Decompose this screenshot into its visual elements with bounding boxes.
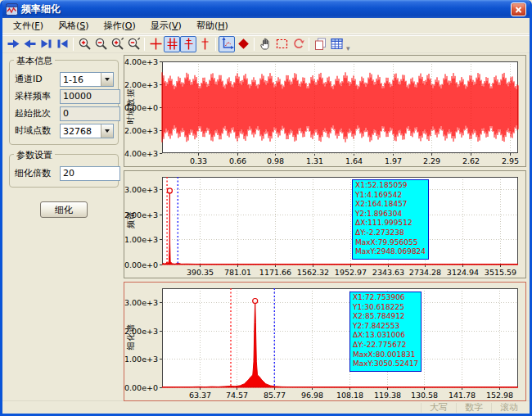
svg-text:1.00e+3: 1.00e+3	[124, 235, 158, 244]
menu-style[interactable]: 风格(S)	[51, 18, 97, 34]
svg-text:1.64: 1.64	[345, 156, 363, 165]
toolbar-overflow-icon[interactable]: ▾	[346, 44, 350, 52]
toolbar-separator	[254, 38, 255, 51]
factor-field[interactable]	[60, 166, 120, 181]
zoom-spectrum-cursor-readout: X1:72.753906Y1:30.618225X2:85.784912Y2:7…	[349, 292, 422, 372]
svg-text:0.98: 0.98	[267, 156, 284, 165]
crosshair-icon[interactable]	[147, 36, 164, 52]
start-batch-label: 起始批次	[15, 107, 60, 120]
sample-rate-label: 采样频率	[15, 90, 60, 102]
zoom-in-icon[interactable]	[76, 36, 92, 52]
charts-column: 时域数据 0.330.660.981.311.641.972.292.622.9…	[122, 53, 530, 400]
svg-text:2734.28: 2734.28	[409, 268, 441, 277]
readout-line: Y1:4.169542	[355, 191, 426, 201]
menu-file[interactable]: 文件(F)	[6, 18, 51, 34]
zoom-out-icon[interactable]	[92, 36, 109, 52]
window-title: 频率细化	[21, 2, 511, 16]
svg-text:3.00e+3: 3.00e+3	[124, 298, 158, 307]
readout-line: MaxX:80.001831	[353, 350, 418, 360]
time-domain-chart[interactable]: 时域数据 0.330.660.981.311.641.972.292.622.9…	[124, 55, 526, 167]
readout-line: Y2:1.896304	[355, 210, 426, 219]
scroll-indicator: 滚动	[491, 403, 526, 413]
data-table-icon[interactable]	[328, 36, 345, 52]
double-cursor-icon[interactable]	[164, 36, 180, 52]
basic-info-group: 基本信息 通道ID 1-16 采样频率 起始批次 时域点	[9, 60, 119, 145]
svg-text:2.95: 2.95	[502, 156, 519, 165]
zoom-x-reset-icon[interactable]	[109, 36, 125, 52]
spectrum-plot[interactable]: 390.35781.011171.661562.321952.972343.63…	[124, 171, 525, 278]
menu-operate[interactable]: 操作(O)	[97, 18, 143, 34]
svg-text:-2.00e+3: -2.00e+3	[124, 126, 158, 135]
svg-text:1171.66: 1171.66	[259, 268, 291, 277]
svg-text:2.00e+3: 2.00e+3	[124, 327, 158, 336]
svg-text:2.00e+3: 2.00e+3	[124, 80, 158, 89]
points-select[interactable]: 32768	[60, 124, 114, 138]
toolbar-separator	[309, 38, 309, 51]
svg-text:781.01: 781.01	[224, 268, 251, 277]
title-bar[interactable]: 频率细化	[2, 0, 530, 18]
points-label: 时域点数	[15, 124, 60, 137]
peak-cursor-icon[interactable]	[196, 36, 213, 52]
toolbar-separator	[215, 38, 216, 51]
svg-text:0.00e+0: 0.00e+0	[124, 383, 158, 392]
forward-arrow-icon[interactable]	[5, 36, 21, 52]
svg-text:1.31: 1.31	[306, 156, 323, 165]
status-bar: 大写 数字 滚动	[2, 400, 530, 414]
single-cursor-icon[interactable]	[180, 36, 196, 52]
svg-text:4.00e+3: 4.00e+3	[124, 57, 158, 66]
channel-label: 通道ID	[15, 73, 60, 85]
app-window: 频率细化 文件(F)风格(S)操作(O)显示(V)帮助(H) ▾ 基本信息 通道…	[0, 0, 532, 416]
readout-line: X2:85.784912	[353, 312, 418, 322]
svg-text:390.35: 390.35	[187, 268, 214, 277]
svg-text:63.37: 63.37	[189, 391, 211, 400]
rotate-tool-icon[interactable]	[290, 36, 306, 52]
sample-rate-row: 采样频率	[15, 88, 114, 104]
svg-text:2343.63: 2343.63	[372, 268, 404, 277]
back-arrow-icon[interactable]	[21, 36, 38, 52]
readout-line: X2:164.18457	[355, 200, 426, 210]
menu-display[interactable]: 显示(V)	[143, 18, 189, 34]
readout-line: ΔX:111.999512	[355, 219, 426, 228]
svg-text:130.58: 130.58	[411, 391, 438, 400]
time-domain-plot[interactable]: 0.330.660.981.311.641.972.292.622.954.00…	[124, 56, 525, 166]
channel-select[interactable]: 1-16	[60, 72, 114, 87]
spectrum-cursor-readout: X1:52.185059Y1:4.169542X2:164.18457Y2:1.…	[352, 179, 429, 260]
readout-line: ΔY:-22.775672	[353, 341, 418, 350]
points-select-value: 32768	[61, 124, 101, 138]
pan-hand-icon[interactable]	[257, 36, 273, 52]
skip-end-icon[interactable]	[38, 36, 54, 52]
channel-row: 通道ID 1-16	[15, 71, 114, 87]
params-group: 参数设置 细化倍数	[9, 154, 119, 188]
channel-select-value: 1-16	[61, 73, 101, 86]
readout-line: MaxY:3050.52417	[353, 359, 418, 369]
diamond-marker-icon[interactable]	[235, 36, 251, 52]
svg-text:0.00e+0: 0.00e+0	[124, 103, 158, 112]
dropdown-arrow-icon[interactable]	[101, 124, 113, 138]
sidebar: 基本信息 通道ID 1-16 采样频率 起始批次 时域点	[2, 53, 122, 400]
svg-text:141.78: 141.78	[449, 391, 476, 400]
svg-text:74.57: 74.57	[226, 391, 248, 400]
zoom-spectrum-chart[interactable]: 细化谱 63.3774.5785.7796.98108.18119.38130.…	[124, 282, 526, 401]
svg-text:3515.59: 3515.59	[485, 268, 516, 277]
basic-info-title: 基本信息	[14, 55, 55, 67]
spectrum-chart[interactable]: 频谱 390.35781.011171.661562.321952.972343…	[124, 170, 526, 278]
start-batch-field[interactable]	[60, 106, 120, 121]
close-button[interactable]	[511, 2, 526, 16]
svg-text:2.00e+3: 2.00e+3	[124, 210, 158, 219]
dropdown-arrow-icon[interactable]	[101, 73, 113, 86]
menu-help[interactable]: 帮助(H)	[189, 18, 236, 34]
readout-line: X1:52.185059	[355, 181, 426, 191]
zoom-spectrum-plot[interactable]: 63.3774.5785.7796.98108.18119.38130.5814…	[124, 283, 525, 400]
copy-icon[interactable]	[312, 36, 328, 52]
toolbar-separator	[144, 38, 145, 51]
readout-line: Y1:30.618225	[353, 303, 418, 313]
refine-button[interactable]: 细化	[40, 201, 88, 218]
skip-start-icon[interactable]	[54, 36, 70, 52]
factor-label: 细化倍数	[15, 167, 60, 179]
sample-rate-field[interactable]	[60, 89, 120, 104]
zoom-y-reset-icon[interactable]	[125, 36, 142, 52]
axes-tool-icon[interactable]	[219, 36, 235, 52]
svg-text:-4.00e+3: -4.00e+3	[124, 149, 158, 158]
zoom-rect-icon[interactable]	[273, 36, 290, 52]
menu-bar: 文件(F)风格(S)操作(O)显示(V)帮助(H)	[2, 18, 530, 34]
